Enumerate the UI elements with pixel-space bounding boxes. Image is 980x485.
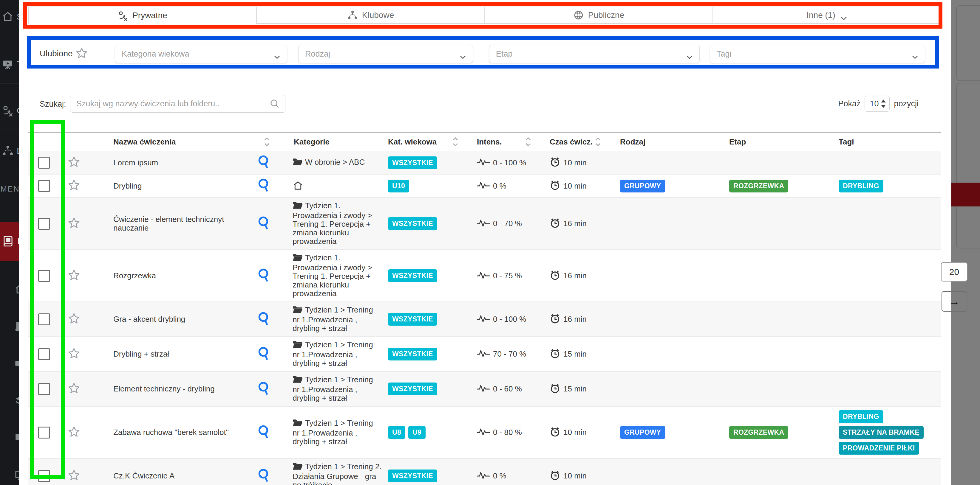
duration-cell: 15 min: [541, 344, 613, 364]
exercise-name: Ćwiczenie - element technicznyt nauczani…: [88, 211, 243, 236]
page-size-value: 10: [870, 99, 878, 108]
favorite-star-icon[interactable]: [68, 179, 80, 193]
sidebar-subitem-4[interactable]: [14, 432, 19, 444]
sidebar-subitem-1[interactable]: [14, 320, 19, 332]
preview-zoom-icon[interactable]: [258, 216, 270, 231]
pulse-icon: [477, 471, 490, 482]
tab-1[interactable]: Klubowe: [256, 6, 485, 24]
preview-zoom-icon[interactable]: [258, 468, 270, 484]
row-checkbox[interactable]: [38, 157, 50, 169]
tags-cell: [832, 385, 941, 393]
preview-zoom-icon[interactable]: [258, 178, 270, 193]
folder-icon: [293, 462, 303, 472]
header-star-cell: [60, 138, 88, 145]
category-path: Tydzien 1 > Trening nr 1.Prowadzenia , d…: [293, 418, 373, 446]
preview-zoom-icon[interactable]: [258, 312, 270, 327]
favorite-star-icon[interactable]: [68, 269, 80, 283]
exercises-table: Nazwa ćwiczenia Kategorie Kat. wiekowa I…: [28, 132, 941, 485]
sidebar-subitem-3[interactable]: [14, 395, 19, 407]
row-checkbox[interactable]: [38, 383, 50, 395]
duration-value: 16 min: [563, 219, 587, 228]
etap-badge: ROZGRZEWKA: [729, 180, 788, 192]
row-checkbox[interactable]: [38, 314, 50, 325]
page-size-select[interactable]: 10: [865, 96, 889, 112]
sidebar-item-3[interactable]: D: [0, 143, 19, 159]
sidebar-item-label: T: [17, 59, 19, 70]
row-star-cell: [60, 176, 88, 197]
next-arrow-button[interactable]: →: [942, 291, 967, 312]
favorite-star-icon[interactable]: [68, 469, 80, 483]
category-path: W obronie > ABC: [305, 158, 365, 166]
home-icon: [293, 180, 303, 190]
favorite-star-icon[interactable]: [68, 156, 80, 170]
row-checkbox[interactable]: [38, 348, 50, 360]
tags-cell: [832, 272, 941, 279]
tab-2[interactable]: Publiczne: [485, 6, 713, 24]
filter-dropdown-1[interactable]: Rodzaj: [298, 45, 473, 63]
page-number-box[interactable]: 20: [941, 262, 967, 282]
intensity-cell: 0 - 80 %: [470, 423, 541, 442]
preview-zoom-icon[interactable]: [258, 347, 270, 362]
preview-zoom-icon[interactable]: [258, 268, 270, 284]
tag-badge: PROWADZENIE PIŁKI: [838, 442, 919, 455]
book-icon: [14, 328, 19, 333]
tactics-icon: [118, 10, 128, 21]
duration-cell: 16 min: [541, 266, 613, 286]
favorite-star-icon[interactable]: [68, 382, 80, 396]
row-checkbox[interactable]: [38, 470, 50, 482]
preview-zoom-icon[interactable]: [258, 381, 270, 397]
etap-cell: [723, 385, 832, 393]
layers-icon: [14, 403, 19, 407]
row-checkbox[interactable]: [38, 218, 50, 230]
header-name[interactable]: Nazwa ćwiczenia: [88, 133, 285, 151]
favorite-star-icon[interactable]: [68, 426, 80, 439]
exercise-name: Cz.K Ćwiczenie A: [88, 468, 243, 484]
page-size-label-after: pozycji: [894, 99, 919, 108]
header-czas[interactable]: Czas ćwicz.: [541, 133, 613, 151]
exercise-name: Drybling: [88, 178, 243, 194]
favorite-star-icon[interactable]: [68, 347, 80, 361]
sidebar-item-0[interactable]: S: [0, 8, 19, 25]
tab-3[interactable]: Inne (1): [713, 6, 941, 24]
rodzaj-cell: [613, 159, 723, 166]
home-icon: [2, 11, 14, 23]
etap-badge: ROZGRZEWKA: [729, 426, 788, 439]
sort-icon[interactable]: [264, 136, 270, 147]
row-star-cell: [60, 309, 88, 330]
preview-zoom-icon[interactable]: [258, 155, 270, 170]
sidebar-subitem-0[interactable]: [14, 283, 19, 295]
filter-dropdown-3[interactable]: Tagi: [710, 45, 925, 63]
sort-icon[interactable]: [525, 136, 531, 147]
header-katw[interactable]: Kat. wiekowa: [385, 133, 470, 151]
row-checkbox[interactable]: [38, 426, 50, 439]
preview-zoom-icon[interactable]: [258, 425, 270, 440]
pulse-icon: [477, 180, 490, 192]
sidebar-subitem-2[interactable]: [14, 358, 19, 369]
duration-cell: 16 min: [541, 214, 613, 233]
favorite-star-icon[interactable]: [68, 217, 80, 231]
header-intens[interactable]: Intens.: [470, 133, 541, 151]
sidebar-item-active[interactable]: D: [0, 222, 19, 261]
search-input[interactable]: [76, 99, 270, 109]
sidebar-subitem-5[interactable]: [14, 469, 19, 481]
age-category-cell: WSZYSTKIE: [385, 466, 470, 485]
clock-icon: [550, 313, 560, 326]
row-checkbox[interactable]: [38, 270, 50, 282]
favorites-star-icon[interactable]: [75, 47, 88, 60]
filter-dropdown-2[interactable]: Etap: [489, 45, 700, 63]
sidebar-divider: [0, 130, 19, 130]
favorite-star-icon[interactable]: [68, 312, 80, 326]
sidebar-item-2[interactable]: Ć: [0, 102, 19, 119]
sidebar-item-1[interactable]: T: [0, 56, 19, 73]
sort-icon[interactable]: [452, 136, 458, 147]
row-star-cell: [60, 422, 88, 443]
filter-dropdown-0[interactable]: Kategoria wiekowa: [115, 45, 287, 63]
duration-value: 15 min: [563, 350, 587, 358]
tab-bar: PrywatneKlubowePubliczneInne (1): [28, 6, 941, 24]
row-checkbox[interactable]: [38, 180, 50, 192]
row-zoom-cell: [243, 343, 285, 366]
sort-icon[interactable]: [595, 136, 601, 147]
folder-icon: [293, 201, 303, 211]
row-zoom-cell: [243, 378, 285, 400]
tab-0[interactable]: Prywatne: [28, 6, 256, 24]
